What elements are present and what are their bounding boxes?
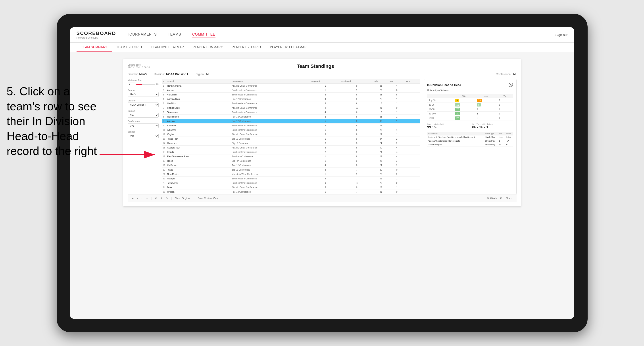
table-row[interactable]: 18 Illinois Big Ten Conference 1 9 23 3: [162, 159, 420, 163]
table-row[interactable]: 1 North Carolina Atlantic Coast Conferen…: [162, 84, 420, 88]
cell-school: Virginia: [166, 132, 231, 137]
cell-win: [405, 181, 420, 185]
sidebar-division: Division NCAA Division I: [128, 99, 158, 107]
sub-nav-team-h2h-grid[interactable]: TEAM H2H GRID: [112, 43, 146, 52]
cell-rank: 23: [162, 181, 166, 185]
clock-button[interactable]: ⊙: [166, 197, 168, 200]
table-row[interactable]: 19 California Pac-12 Conference 4 8 24 2: [162, 163, 420, 168]
left-sidebar: Minimum Rou... 20 Gender: [128, 79, 158, 194]
content-grid: Minimum Rou... 20 Gender: [128, 79, 516, 194]
table-row[interactable]: 15 Georgia Tech Atlantic Coast Conferenc…: [162, 146, 420, 150]
cell-rds: 27: [373, 137, 388, 141]
table-row[interactable]: 11 Arkansas Southeastern Conference 6 8 …: [162, 128, 420, 132]
table-row[interactable]: 8 Washington Pac-12 Conference 2 8 23 1: [162, 115, 420, 119]
cell-school: Illinois: [166, 159, 231, 163]
h2h-row-11-25[interactable]: 11-25 11 8 0: [427, 103, 513, 107]
table-row[interactable]: 20 Texas Big 12 Conference 3 7 20 0: [162, 168, 420, 172]
th-win: Win: [405, 79, 420, 84]
cell-win: [405, 159, 420, 163]
table-row[interactable]: 5 Ole Miss Southeastern Conference 3 6 1…: [162, 101, 420, 106]
tablet-screen: SCOREBOARD Powered by clippd TOURNAMENTS…: [70, 27, 574, 319]
table-row[interactable]: 3 Vanderbilt Southeastern Conference 2 8…: [162, 93, 420, 97]
cell-school: Texas: [166, 168, 231, 172]
table-row[interactable]: 2 Auburn Southeastern Conference 1 9 27 …: [162, 88, 420, 93]
min-rounds-input[interactable]: [128, 82, 136, 86]
table-row[interactable]: 4 Arizona State Pac-12 Conference 4 9 26…: [162, 97, 420, 101]
cell-conference: Southern Conference: [231, 155, 310, 159]
table-row[interactable]: 14 Oklahoma Big 12 Conference 3 8 24 2: [162, 141, 420, 146]
tournament-row-3[interactable]: Cabo Collegiate Stroke Play 11 17: [427, 143, 513, 147]
table-row[interactable]: 16 Florida Southeastern Conference 7 9 2…: [162, 150, 420, 155]
h2h-row-100plus[interactable]: >100 27 0 0: [427, 116, 513, 120]
sub-nav-team-summary[interactable]: TEAM SUMMARY: [76, 43, 112, 52]
cell-win: [405, 93, 420, 97]
sub-nav-player-summary[interactable]: PLAYER SUMMARY: [188, 43, 227, 52]
h2h-tie-11-25: 0: [497, 103, 513, 107]
redo-button[interactable]: ↪: [146, 197, 148, 200]
undo-button[interactable]: ↩: [132, 197, 134, 200]
table-row[interactable]: 7 Tennessee Southeastern Conference 4 6 …: [162, 110, 420, 115]
wlt-value: 86 - 26 - 1: [472, 125, 513, 129]
table-row[interactable]: 17 East Tennessee State Southern Confere…: [162, 155, 420, 159]
cell-rank: 4: [162, 97, 166, 101]
nav-tournaments[interactable]: TOURNAMENTS: [127, 31, 157, 38]
nav-committee[interactable]: COMMITTEE: [192, 31, 216, 38]
h2h-th-loss: Loss: [475, 94, 497, 98]
division-select[interactable]: NCAA Division I: [128, 103, 158, 107]
region-select[interactable]: N/A: [128, 113, 158, 118]
tournament-row-2[interactable]: Arizona Thunderbirds Intercollegiate Str…: [427, 139, 513, 143]
table-row[interactable]: 24 Duke Atlantic Coast Conference 5 9 27…: [162, 185, 420, 190]
watch-button[interactable]: 👁 Watch: [487, 197, 497, 200]
slider-track[interactable]: [136, 84, 155, 85]
sub-nav-player-h2h-heatmap[interactable]: PLAYER H2H HEATMAP: [266, 43, 311, 52]
table-row[interactable]: 10 Alabama Southeastern Conference 5 8 2…: [162, 124, 420, 128]
cell-reg-rank: 9: [310, 181, 341, 185]
sign-out-button[interactable]: Sign out: [555, 33, 568, 37]
conference-select[interactable]: (All): [128, 123, 158, 128]
view-original-button[interactable]: View: Original: [175, 197, 190, 199]
h2h-row-top10[interactable]: Top 10 3 13 0: [427, 98, 513, 103]
tool-button[interactable]: ⊞: [160, 197, 162, 200]
table-row[interactable]: 21 New Mexico Mountain West Conference 1…: [162, 172, 420, 176]
step-forward-button[interactable]: ›: [141, 197, 142, 199]
close-button[interactable]: ✕: [508, 83, 513, 87]
gender-select[interactable]: Men's Women's: [128, 92, 158, 97]
sub-nav-player-h2h-grid[interactable]: PLAYER H2H GRID: [228, 43, 266, 52]
h2h-win-11-25: 11: [453, 103, 475, 107]
h2h-win-51-100: 20: [453, 112, 475, 116]
step-back-button[interactable]: ‹: [138, 197, 138, 199]
table-row[interactable]: 12 Virginia Atlantic Coast Conference 3 …: [162, 132, 420, 137]
filter-region: Region: All: [194, 72, 209, 76]
th-rds: Rds: [373, 79, 388, 84]
table-row[interactable]: 22 Georgia Southeastern Conference 8 7 2…: [162, 176, 420, 181]
cell-rank: 8: [162, 115, 166, 119]
table-row[interactable]: 9 Arizona Pac-12 Conference 5 8 30 1: [162, 119, 420, 124]
pos-1: Loss: [498, 136, 505, 139]
cell-conf-rank: 8: [340, 146, 373, 150]
table-row[interactable]: 6 Florida State Atlantic Coast Conferenc…: [162, 106, 420, 110]
table-header-row: # School Conference Reg Rank Conf Rank R…: [162, 79, 420, 84]
tournament-row-1[interactable]: Jackson T. Stephens Cup Men's Match-Play…: [427, 136, 513, 139]
sidebar-school: School (All): [128, 131, 158, 138]
cell-rds: 20: [373, 181, 388, 185]
tournament-name-1: Jackson T. Stephens Cup Men's Match-Play…: [427, 136, 484, 139]
h2h-row-26-50[interactable]: 26-50 25 2 1: [427, 107, 513, 112]
cell-conf-rank: 9: [340, 150, 373, 155]
cell-reg-rank: 6: [310, 128, 341, 132]
score-1: 2-3-0: [505, 136, 513, 139]
table-row[interactable]: 25 Oregon Pac-12 Conference 5 7 21 0: [162, 190, 420, 194]
cell-conference: Southeastern Conference: [231, 93, 310, 97]
share-button[interactable]: Share: [506, 197, 512, 200]
cell-win: [405, 128, 420, 132]
min-rounds-row: 20: [128, 82, 158, 86]
school-select[interactable]: (All): [128, 134, 158, 138]
grid-button[interactable]: ⊞: [500, 197, 502, 200]
sub-nav-team-h2h-heatmap[interactable]: TEAM H2H HEATMAP: [146, 43, 188, 52]
h2h-row-51-100[interactable]: 51-100 20 3 0: [427, 112, 513, 116]
cell-tour: 3: [388, 159, 405, 163]
table-row[interactable]: 23 Texas A&M Southeastern Conference 9 1…: [162, 181, 420, 185]
table-row[interactable]: 13 Texas Tech Big 12 Conference 1 9 27 2: [162, 137, 420, 141]
copy-button[interactable]: ⊕: [155, 197, 157, 200]
nav-teams[interactable]: TEAMS: [168, 31, 181, 38]
save-custom-button[interactable]: Save Custom View: [198, 197, 218, 199]
